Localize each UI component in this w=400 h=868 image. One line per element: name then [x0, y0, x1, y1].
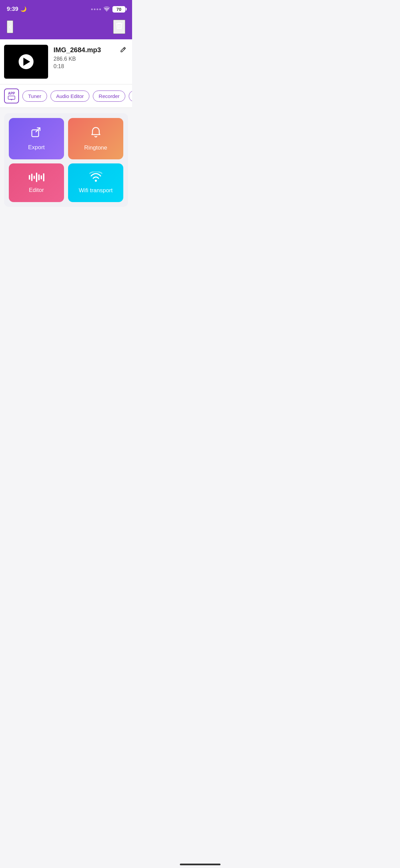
app-label: APP: [8, 92, 15, 95]
tuner-button[interactable]: Tuner: [22, 91, 47, 102]
export-label: Export: [28, 144, 45, 151]
file-size: 286.6 KB: [54, 56, 114, 62]
status-bar: 9:39 🌙 70: [0, 0, 132, 17]
status-time: 9:39 🌙: [7, 6, 27, 13]
ringtone-card[interactable]: Ringtone: [68, 118, 123, 159]
wave-bar-3: [34, 176, 35, 179]
signal-dot-2: [94, 8, 96, 10]
export-card[interactable]: Export: [9, 118, 64, 159]
ringtone-icon: [90, 126, 102, 140]
signal-dot-3: [97, 8, 98, 10]
editor-card[interactable]: Editor: [9, 163, 64, 202]
wave-bar-6: [41, 175, 42, 179]
wave-bar-5: [38, 174, 40, 180]
toolbar: APP Tuner Audio Editor Recorder Repeater: [0, 84, 132, 108]
signal-dot-1: [91, 8, 93, 10]
wifi-status-icon: [104, 6, 110, 12]
wave-bar-1: [29, 175, 30, 180]
battery-level: 70: [117, 7, 121, 12]
back-button[interactable]: ‹: [7, 20, 13, 33]
moon-icon: 🌙: [20, 6, 27, 12]
signal-dot-4: [99, 8, 101, 10]
play-icon: [23, 58, 30, 66]
export-icon: [30, 126, 43, 140]
nav-bar: ‹: [0, 17, 132, 39]
svg-rect-3: [32, 130, 39, 137]
editor-icon: [29, 172, 44, 183]
file-name: IMG_2684.mp3: [54, 46, 114, 54]
delete-button[interactable]: [113, 20, 125, 34]
time-label: 9:39: [7, 6, 18, 13]
action-grid: Export Ringtone: [9, 118, 123, 202]
app-icon-button[interactable]: APP: [4, 88, 19, 103]
file-details: IMG_2684.mp3 286.6 KB 0:18: [54, 45, 114, 70]
play-button[interactable]: [19, 54, 34, 69]
app-icon: APP: [8, 92, 15, 100]
wave-bar-2: [31, 174, 33, 181]
audio-editor-button[interactable]: Audio Editor: [50, 91, 90, 102]
battery-indicator: 70: [112, 6, 125, 13]
editor-label: Editor: [29, 187, 44, 194]
repeater-button[interactable]: Repeater: [129, 91, 132, 102]
file-info-section: IMG_2684.mp3 286.6 KB 0:18: [0, 39, 132, 84]
svg-rect-0: [8, 96, 15, 99]
wifi-transport-label: Wifi transport: [79, 187, 112, 194]
wifi-transport-card[interactable]: Wifi transport: [68, 163, 123, 202]
ringtone-label: Ringtone: [84, 144, 107, 151]
wave-bar-4: [36, 173, 37, 182]
signal-dots: [91, 8, 101, 10]
action-grid-container: Export Ringtone: [4, 113, 128, 207]
svg-point-4: [95, 180, 97, 182]
wifi-transport-icon: [89, 172, 102, 183]
waveform-icon: [29, 172, 44, 183]
wave-bar-7: [43, 173, 44, 181]
recorder-button[interactable]: Recorder: [93, 91, 125, 102]
status-right: 70: [91, 6, 125, 13]
edit-button[interactable]: [119, 46, 127, 55]
file-thumbnail[interactable]: [4, 45, 48, 79]
file-duration: 0:18: [54, 63, 114, 70]
